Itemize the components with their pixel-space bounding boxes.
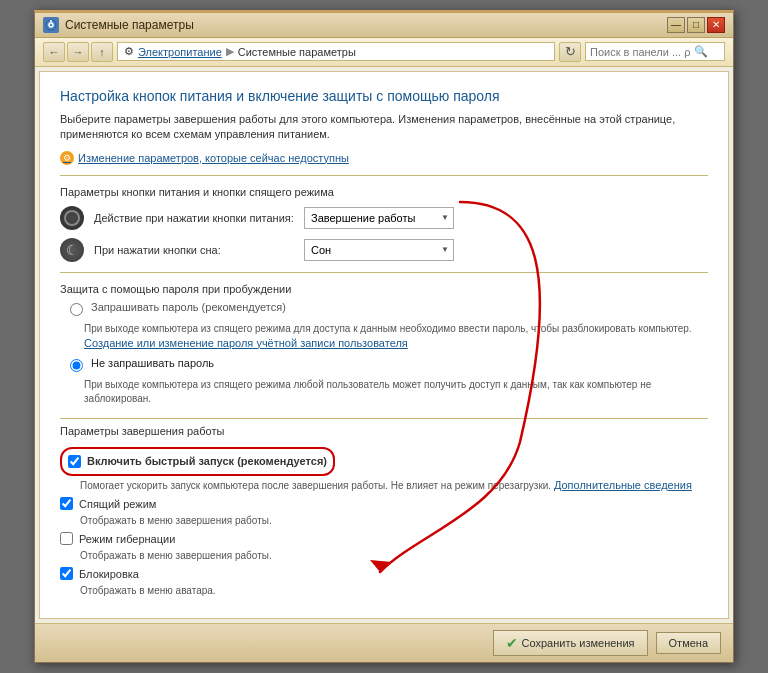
sleep-action-row: ☾ При нажатии кнопки сна: Сон — [60, 238, 708, 262]
section-divider-2 — [60, 272, 708, 273]
hibernate-label: Режим гибернации — [79, 533, 175, 545]
fast-start-checkbox-row: Включить быстрый запуск (рекомендуется) — [68, 455, 327, 468]
breadcrumb-part1[interactable]: Электропитание — [138, 46, 222, 58]
lock-desc: Отображать в меню аватара. — [80, 584, 708, 598]
fast-start-label: Включить быстрый запуск (рекомендуется) — [87, 455, 327, 467]
minimize-button[interactable]: — — [667, 17, 685, 33]
search-icon: 🔍 — [694, 45, 708, 58]
no-ask-password-radio[interactable] — [70, 359, 83, 372]
search-box: 🔍 — [585, 42, 725, 61]
ask-password-desc: При выходе компьютера из спящего режима … — [84, 322, 708, 351]
nav-buttons: ← → ↑ — [43, 42, 113, 62]
save-icon: ✔ — [506, 635, 518, 651]
address-bar: ← → ↑ ⚙ Электропитание ▶ Системные парам… — [35, 38, 733, 67]
window-icon — [43, 17, 59, 33]
footer: ✔ Сохранить изменения Отмена — [35, 623, 733, 662]
lock-label: Блокировка — [79, 568, 139, 580]
lock-row: Блокировка — [60, 567, 708, 580]
ask-password-label: Запрашивать пароль (рекомендуется) — [91, 301, 286, 313]
section-divider-3 — [60, 418, 708, 419]
breadcrumb-icon: ⚙ — [124, 45, 134, 58]
fast-start-highlight: Включить быстрый запуск (рекомендуется) — [60, 447, 335, 476]
main-window: Системные параметры — □ ✕ ← → ↑ ⚙ Электр… — [34, 10, 734, 664]
power-icon-inner — [64, 210, 80, 226]
hibernate-checkbox[interactable] — [60, 532, 73, 545]
shutdown-section-title: Параметры завершения работы — [60, 425, 708, 437]
sleep-mode-label: Спящий режим — [79, 498, 156, 510]
page-title: Настройка кнопок питания и включение защ… — [60, 88, 708, 104]
hibernate-mode-row: Режим гибернации — [60, 532, 708, 545]
title-bar-left: Системные параметры — [43, 17, 194, 33]
no-ask-password-label: Не запрашивать пароль — [91, 357, 214, 369]
power-button-icon — [60, 206, 84, 230]
hibernate-desc: Отображать в меню завершения работы. — [80, 549, 708, 563]
page-description: Выберите параметры завершения работы для… — [60, 112, 708, 143]
no-ask-password-row: Не запрашивать пароль — [70, 357, 708, 372]
maximize-button[interactable]: □ — [687, 17, 705, 33]
ask-password-row: Запрашивать пароль (рекомендуется) — [70, 301, 708, 316]
password-section-title: Защита с помощью пароля при пробуждении — [60, 283, 708, 295]
sleep-action-label: При нажатии кнопки сна: — [94, 244, 294, 256]
sleep-icon-symbol: ☾ — [66, 242, 79, 258]
back-button[interactable]: ← — [43, 42, 65, 62]
refresh-button[interactable]: ↻ — [559, 42, 581, 62]
change-settings-link[interactable]: ⚙ Изменение параметров, которые сейчас н… — [60, 151, 708, 165]
window-title: Системные параметры — [65, 18, 194, 32]
sleep-mode-desc: Отображать в меню завершения работы. — [80, 514, 708, 528]
up-button[interactable]: ↑ — [91, 42, 113, 62]
fast-start-row: Включить быстрый запуск (рекомендуется) … — [60, 445, 708, 493]
link-icon: ⚙ — [60, 151, 74, 165]
forward-button[interactable]: → — [67, 42, 89, 62]
breadcrumb-part2: Системные параметры — [238, 46, 356, 58]
ask-password-radio[interactable] — [70, 303, 83, 316]
content-area: Настройка кнопок питания и включение защ… — [39, 71, 729, 620]
lock-checkbox[interactable] — [60, 567, 73, 580]
title-buttons: — □ ✕ — [667, 17, 725, 33]
breadcrumb: ⚙ Электропитание ▶ Системные параметры — [117, 42, 555, 61]
sleep-mode-checkbox[interactable] — [60, 497, 73, 510]
power-action-label: Действие при нажатии кнопки питания: — [94, 212, 294, 224]
cancel-button[interactable]: Отмена — [656, 632, 721, 654]
fast-start-link[interactable]: Дополнительные сведения — [554, 479, 692, 491]
power-buttons-section-title: Параметры кнопки питания и кнопки спящег… — [60, 186, 708, 198]
title-bar: Системные параметры — □ ✕ — [35, 13, 733, 38]
save-button[interactable]: ✔ Сохранить изменения — [493, 630, 648, 656]
no-ask-password-desc: При выходе компьютера из спящего режима … — [84, 378, 708, 406]
section-divider-1 — [60, 175, 708, 176]
breadcrumb-separator: ▶ — [226, 45, 234, 58]
fast-start-checkbox[interactable] — [68, 455, 81, 468]
save-label: Сохранить изменения — [522, 637, 635, 649]
sleep-action-dropdown[interactable]: Сон — [304, 239, 454, 261]
search-input[interactable] — [590, 46, 690, 58]
close-button[interactable]: ✕ — [707, 17, 725, 33]
sleep-button-icon: ☾ — [60, 238, 84, 262]
fast-start-desc: Помогает ускорить запуск компьютера посл… — [80, 478, 708, 493]
sleep-mode-row: Спящий режим — [60, 497, 708, 510]
create-password-link[interactable]: Создание или изменение пароля учётной за… — [84, 337, 408, 349]
power-action-dropdown[interactable]: Завершение работы — [304, 207, 454, 229]
power-action-row: Действие при нажатии кнопки питания: Зав… — [60, 206, 708, 230]
